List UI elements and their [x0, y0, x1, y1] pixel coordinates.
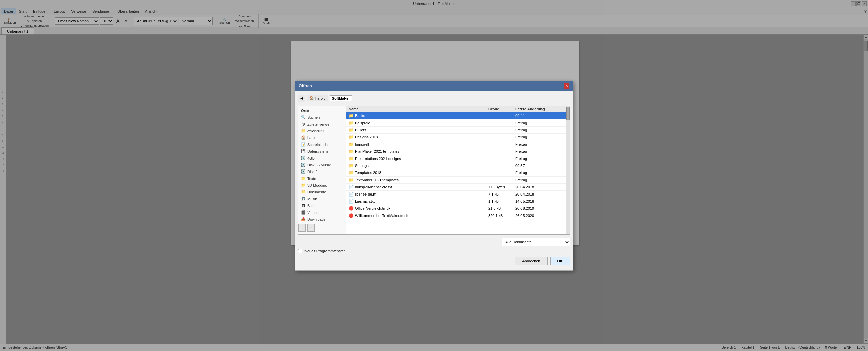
- file-name: hunspell-license-de.txt: [355, 185, 392, 189]
- file-modified: Freitag: [515, 121, 563, 125]
- place-item[interactable]: 📝Schreibtisch: [298, 141, 346, 148]
- place-item[interactable]: 💽Disk 3 - Musik: [298, 162, 346, 168]
- home-icon: 🏠: [309, 96, 314, 100]
- file-size: 7,1 kB: [488, 192, 515, 196]
- file-modified: 20.04.2018: [515, 192, 563, 196]
- place-item[interactable]: 📁office2021: [298, 128, 346, 134]
- file-item[interactable]: 📁 Designs 2018 Freitag: [346, 134, 566, 141]
- place-item[interactable]: 📁Dokumente: [298, 189, 346, 196]
- place-item[interactable]: 🎵Musik: [298, 196, 346, 202]
- place-icon: ⏱: [301, 122, 306, 127]
- new-window-label: Neues Programmfenster: [304, 249, 345, 253]
- file-item[interactable]: 📁 Templates 2018 Freitag: [346, 169, 566, 177]
- cancel-button[interactable]: Abbrechen: [515, 257, 547, 265]
- place-icon: 📁: [301, 176, 306, 181]
- place-icon: 🎬: [301, 210, 306, 215]
- file-item[interactable]: 📁 PlanMaker 2021 templates Freitag: [346, 148, 566, 155]
- file-scrollbar-thumb[interactable]: [566, 107, 570, 120]
- place-item[interactable]: 🏠harold: [298, 134, 346, 141]
- file-type-select[interactable]: Alle Dokumente: [502, 238, 570, 246]
- place-label: Bilder: [307, 204, 317, 208]
- path-softmaker-tab[interactable]: SoftMaker: [330, 95, 352, 101]
- file-size: 21,5 kB: [488, 206, 515, 210]
- file-modified: 09:41: [515, 114, 563, 118]
- place-item[interactable]: ⏱Zuletzt verwe...: [298, 121, 346, 128]
- remove-place-button[interactable]: −: [307, 224, 315, 232]
- file-type-icon: 📁: [349, 178, 354, 182]
- file-item-name: 📄 Liesmich.txt: [349, 199, 488, 204]
- file-type-icon: 📄: [349, 192, 354, 197]
- places-list: 🔍Suchen⏱Zuletzt verwe...📁office2021🏠haro…: [298, 114, 346, 223]
- dialog-bottom: Alle Dokumente Neues Programmfenster Abb…: [298, 235, 570, 267]
- file-list-scrollbar[interactable]: [566, 106, 570, 234]
- place-item[interactable]: 🔍Suchen: [298, 114, 346, 121]
- file-filter-row: Alle Dokumente: [298, 237, 570, 247]
- place-icon: 💽: [301, 163, 306, 167]
- file-modified: 20.08.2019: [515, 206, 563, 210]
- place-label: harold: [307, 136, 318, 140]
- file-item[interactable]: 📁 hunspell Freitag: [346, 141, 566, 148]
- place-label: Videos: [307, 210, 318, 215]
- file-item[interactable]: 📁 Backup 09:41: [346, 112, 566, 119]
- place-label: Schreibtisch: [307, 143, 328, 147]
- file-modified: Freitag: [515, 149, 563, 153]
- place-icon: 📁: [301, 129, 306, 133]
- file-item[interactable]: 📄 Liesmich.txt 1,1 kB 14.05.2018: [346, 198, 566, 205]
- file-name: Presentations 2021 designs: [355, 156, 401, 161]
- file-item-name: 📁 Bullets: [349, 128, 488, 132]
- place-item[interactable]: 💾Dateisystem: [298, 148, 346, 155]
- place-item[interactable]: 📥Downloads: [298, 216, 346, 223]
- path-bar: ◀ 🏠 harold SoftMaker: [298, 93, 570, 104]
- ok-button[interactable]: OK: [550, 257, 570, 265]
- file-type-icon: 📁: [349, 121, 354, 125]
- path-back-icon[interactable]: ◀: [298, 95, 305, 102]
- file-modified: 20.04.2018: [515, 185, 563, 189]
- place-item[interactable]: 🎬Videos: [298, 209, 346, 216]
- place-item[interactable]: 📁3D Modding: [298, 182, 346, 189]
- file-item[interactable]: 📁 TextMaker 2021 templates Freitag: [346, 177, 566, 184]
- file-type-icon: 📄: [349, 199, 354, 204]
- file-name: hunspell: [355, 142, 369, 146]
- file-item-name: 📁 Designs 2018: [349, 135, 488, 140]
- file-item[interactable]: 🔴 Willkommen bei TextMaker.tmdx 320,1 kB…: [346, 212, 566, 219]
- place-label: Dateisystem: [307, 149, 328, 153]
- file-name: Beispiele: [355, 121, 370, 125]
- place-item[interactable]: 💽4GB: [298, 155, 346, 162]
- file-type-icon: 📁: [349, 156, 354, 161]
- file-item[interactable]: 📁 Beispiele Freitag: [346, 119, 566, 127]
- file-item[interactable]: 📄 license-de.rtf 7,1 kB 20.04.2018: [346, 191, 566, 198]
- file-name: Bullets: [355, 128, 366, 132]
- file-item-name: 📁 Settings: [349, 163, 488, 168]
- new-window-checkbox[interactable]: [298, 249, 302, 253]
- file-type-icon: 📁: [349, 142, 354, 147]
- col-modified: Letzte Änderung: [515, 107, 563, 111]
- file-type-icon: 🔴: [349, 213, 354, 218]
- place-icon: 💽: [301, 156, 306, 161]
- file-name: Templates 2018: [355, 171, 381, 175]
- place-label: Downloads: [307, 217, 326, 221]
- file-item[interactable]: 📁 Bullets Freitag: [346, 127, 566, 134]
- path-home-button[interactable]: 🏠 harold: [307, 95, 328, 101]
- dialog-close-button[interactable]: ✕: [564, 83, 569, 89]
- file-item-name: 🔴 Office-Vergleich.tmdx: [349, 206, 488, 211]
- file-item-name: 🔴 Willkommen bei TextMaker.tmdx: [349, 213, 488, 218]
- file-name: Designs 2018: [355, 135, 378, 139]
- dialog-title: Öffnen: [299, 84, 312, 88]
- place-icon: 🏠: [301, 135, 306, 140]
- file-item[interactable]: 🔴 Office-Vergleich.tmdx 21,5 kB 20.08.20…: [346, 205, 566, 212]
- add-place-button[interactable]: +: [298, 224, 306, 232]
- file-modified: Freitag: [515, 178, 563, 182]
- place-label: 3D Modding: [307, 183, 327, 187]
- place-item[interactable]: 🖼Bilder: [298, 202, 346, 209]
- file-item[interactable]: 📄 hunspell-license-de.txt 775 Bytes 20.0…: [346, 184, 566, 191]
- place-icon: 💾: [301, 149, 306, 154]
- place-item[interactable]: 💽Disk 2: [298, 168, 346, 175]
- file-type-icon: 📁: [349, 170, 354, 175]
- path-home-label: harold: [315, 96, 326, 100]
- place-item[interactable]: 📁Texte: [298, 175, 346, 182]
- file-list-panel: Name Größe Letzte Änderung 📁 Backup 09:4…: [346, 106, 566, 234]
- file-item-name: 📄 license-de.rtf: [349, 192, 488, 197]
- file-item[interactable]: 📁 Presentations 2021 designs Freitag: [346, 155, 566, 162]
- file-type-icon: 📁: [349, 149, 354, 154]
- file-item[interactable]: 📁 Settings 09:57: [346, 162, 566, 169]
